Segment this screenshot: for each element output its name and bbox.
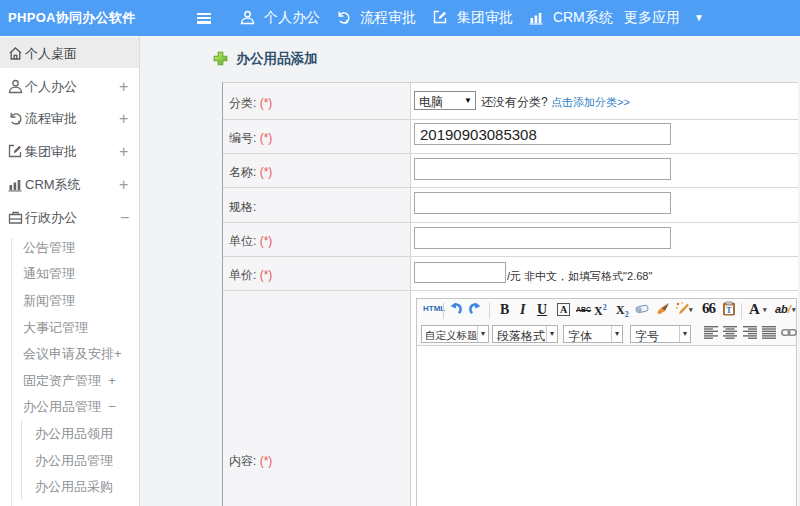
svg-text:T: T bbox=[726, 306, 732, 315]
